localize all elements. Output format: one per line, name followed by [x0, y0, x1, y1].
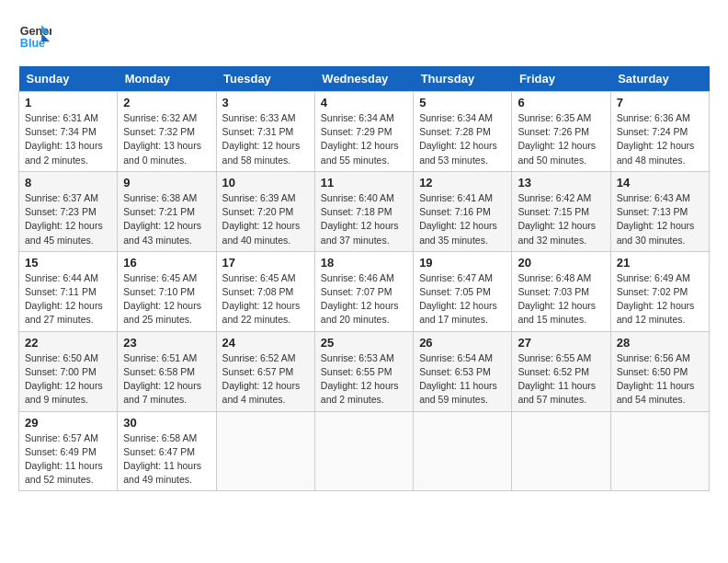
day-info: Sunrise: 6:42 AMSunset: 7:15 PMDaylight:…	[518, 191, 604, 247]
calendar-cell: 19Sunrise: 6:47 AMSunset: 7:05 PMDayligh…	[414, 251, 512, 331]
day-info: Sunrise: 6:49 AMSunset: 7:02 PMDaylight:…	[617, 271, 703, 327]
day-info: Sunrise: 6:34 AMSunset: 7:29 PMDaylight:…	[321, 111, 407, 167]
day-number: 9	[123, 176, 210, 190]
calendar-cell	[414, 411, 512, 491]
day-number: 5	[419, 96, 506, 109]
page-header: General Blue	[18, 18, 710, 52]
day-info: Sunrise: 6:55 AMSunset: 6:52 PMDaylight:…	[518, 351, 604, 408]
day-info: Sunrise: 6:37 AMSunset: 7:23 PMDaylight:…	[25, 191, 111, 247]
day-number: 6	[518, 96, 604, 109]
day-info: Sunrise: 6:41 AMSunset: 7:16 PMDaylight:…	[419, 191, 506, 247]
calendar-cell: 12Sunrise: 6:41 AMSunset: 7:16 PMDayligh…	[414, 171, 512, 251]
day-number: 19	[419, 256, 506, 270]
calendar-cell: 16Sunrise: 6:45 AMSunset: 7:10 PMDayligh…	[118, 251, 216, 331]
day-info: Sunrise: 6:40 AMSunset: 7:18 PMDaylight:…	[321, 191, 407, 247]
calendar-cell: 8Sunrise: 6:37 AMSunset: 7:23 PMDaylight…	[19, 171, 118, 251]
day-info: Sunrise: 6:33 AMSunset: 7:31 PMDaylight:…	[222, 111, 309, 167]
day-info: Sunrise: 6:39 AMSunset: 7:20 PMDaylight:…	[222, 191, 309, 247]
day-number: 17	[222, 256, 309, 270]
calendar-cell	[512, 411, 610, 491]
calendar-cell: 13Sunrise: 6:42 AMSunset: 7:15 PMDayligh…	[512, 171, 610, 251]
calendar-cell: 25Sunrise: 6:53 AMSunset: 6:55 PMDayligh…	[314, 331, 413, 411]
column-header-tuesday: Tuesday	[216, 66, 314, 92]
week-row: 29Sunrise: 6:57 AMSunset: 6:49 PMDayligh…	[19, 411, 710, 491]
day-number: 29	[25, 416, 111, 430]
day-number: 26	[419, 336, 506, 350]
calendar-header-row: SundayMondayTuesdayWednesdayThursdayFrid…	[19, 66, 710, 92]
day-number: 16	[123, 256, 210, 270]
day-number: 21	[617, 256, 703, 270]
week-row: 15Sunrise: 6:44 AMSunset: 7:11 PMDayligh…	[19, 251, 710, 331]
calendar-cell: 4Sunrise: 6:34 AMSunset: 7:29 PMDaylight…	[314, 92, 413, 172]
calendar-cell: 7Sunrise: 6:36 AMSunset: 7:24 PMDaylight…	[610, 92, 709, 172]
svg-text:Blue: Blue	[20, 37, 45, 50]
calendar-cell: 20Sunrise: 6:48 AMSunset: 7:03 PMDayligh…	[512, 251, 610, 331]
day-info: Sunrise: 6:46 AMSunset: 7:07 PMDaylight:…	[321, 271, 407, 327]
day-info: Sunrise: 6:38 AMSunset: 7:21 PMDaylight:…	[123, 191, 210, 247]
logo: General Blue	[18, 18, 51, 52]
day-info: Sunrise: 6:47 AMSunset: 7:05 PMDaylight:…	[419, 271, 506, 327]
logo-icon: General Blue	[18, 18, 51, 52]
day-number: 23	[123, 336, 210, 350]
calendar-cell: 15Sunrise: 6:44 AMSunset: 7:11 PMDayligh…	[19, 251, 118, 331]
calendar-cell: 11Sunrise: 6:40 AMSunset: 7:18 PMDayligh…	[314, 171, 413, 251]
calendar-cell: 6Sunrise: 6:35 AMSunset: 7:26 PMDaylight…	[512, 92, 610, 172]
calendar-cell: 29Sunrise: 6:57 AMSunset: 6:49 PMDayligh…	[19, 411, 118, 491]
calendar-cell	[314, 411, 413, 491]
day-info: Sunrise: 6:53 AMSunset: 6:55 PMDaylight:…	[321, 351, 407, 408]
day-info: Sunrise: 6:54 AMSunset: 6:53 PMDaylight:…	[419, 351, 506, 408]
column-header-friday: Friday	[512, 66, 610, 92]
day-number: 22	[25, 336, 111, 350]
day-info: Sunrise: 6:58 AMSunset: 6:47 PMDaylight:…	[123, 431, 210, 488]
day-number: 11	[321, 176, 407, 190]
week-row: 1Sunrise: 6:31 AMSunset: 7:34 PMDaylight…	[19, 92, 710, 172]
day-number: 18	[321, 256, 407, 270]
day-info: Sunrise: 6:43 AMSunset: 7:13 PMDaylight:…	[617, 191, 703, 247]
day-number: 3	[222, 96, 309, 109]
calendar-cell: 22Sunrise: 6:50 AMSunset: 7:00 PMDayligh…	[19, 331, 118, 411]
week-row: 22Sunrise: 6:50 AMSunset: 7:00 PMDayligh…	[19, 331, 710, 411]
day-info: Sunrise: 6:31 AMSunset: 7:34 PMDaylight:…	[25, 111, 111, 167]
day-number: 27	[518, 336, 604, 350]
day-number: 20	[518, 256, 604, 270]
calendar-cell: 10Sunrise: 6:39 AMSunset: 7:20 PMDayligh…	[216, 171, 314, 251]
day-number: 12	[419, 176, 506, 190]
column-header-saturday: Saturday	[610, 66, 709, 92]
column-header-thursday: Thursday	[414, 66, 512, 92]
day-info: Sunrise: 6:45 AMSunset: 7:10 PMDaylight:…	[123, 271, 210, 327]
day-number: 24	[222, 336, 309, 350]
day-number: 7	[617, 96, 703, 109]
calendar-cell: 21Sunrise: 6:49 AMSunset: 7:02 PMDayligh…	[610, 251, 709, 331]
calendar-cell: 24Sunrise: 6:52 AMSunset: 6:57 PMDayligh…	[216, 331, 314, 411]
calendar-cell: 5Sunrise: 6:34 AMSunset: 7:28 PMDaylight…	[414, 92, 512, 172]
calendar-cell: 18Sunrise: 6:46 AMSunset: 7:07 PMDayligh…	[314, 251, 413, 331]
column-header-monday: Monday	[118, 66, 216, 92]
calendar-cell: 30Sunrise: 6:58 AMSunset: 6:47 PMDayligh…	[118, 411, 216, 491]
calendar-cell: 1Sunrise: 6:31 AMSunset: 7:34 PMDaylight…	[19, 92, 118, 172]
day-number: 2	[123, 96, 210, 109]
day-info: Sunrise: 6:36 AMSunset: 7:24 PMDaylight:…	[617, 111, 703, 167]
day-info: Sunrise: 6:34 AMSunset: 7:28 PMDaylight:…	[419, 111, 506, 167]
day-info: Sunrise: 6:35 AMSunset: 7:26 PMDaylight:…	[518, 111, 604, 167]
calendar-cell	[610, 411, 709, 491]
calendar-cell: 2Sunrise: 6:32 AMSunset: 7:32 PMDaylight…	[118, 92, 216, 172]
day-info: Sunrise: 6:57 AMSunset: 6:49 PMDaylight:…	[25, 431, 111, 488]
day-number: 30	[123, 416, 210, 430]
day-info: Sunrise: 6:50 AMSunset: 7:00 PMDaylight:…	[25, 351, 111, 408]
calendar-table: SundayMondayTuesdayWednesdayThursdayFrid…	[18, 66, 710, 491]
week-row: 8Sunrise: 6:37 AMSunset: 7:23 PMDaylight…	[19, 171, 710, 251]
day-number: 13	[518, 176, 604, 190]
day-number: 4	[321, 96, 407, 109]
day-info: Sunrise: 6:45 AMSunset: 7:08 PMDaylight:…	[222, 271, 309, 327]
day-number: 1	[25, 96, 111, 109]
calendar-cell: 26Sunrise: 6:54 AMSunset: 6:53 PMDayligh…	[414, 331, 512, 411]
day-number: 25	[321, 336, 407, 350]
calendar-cell	[216, 411, 314, 491]
day-info: Sunrise: 6:32 AMSunset: 7:32 PMDaylight:…	[123, 111, 210, 167]
calendar-cell: 23Sunrise: 6:51 AMSunset: 6:58 PMDayligh…	[118, 331, 216, 411]
day-number: 15	[25, 256, 111, 270]
calendar-cell: 3Sunrise: 6:33 AMSunset: 7:31 PMDaylight…	[216, 92, 314, 172]
calendar-cell: 9Sunrise: 6:38 AMSunset: 7:21 PMDaylight…	[118, 171, 216, 251]
column-header-sunday: Sunday	[19, 66, 118, 92]
calendar-cell: 27Sunrise: 6:55 AMSunset: 6:52 PMDayligh…	[512, 331, 610, 411]
